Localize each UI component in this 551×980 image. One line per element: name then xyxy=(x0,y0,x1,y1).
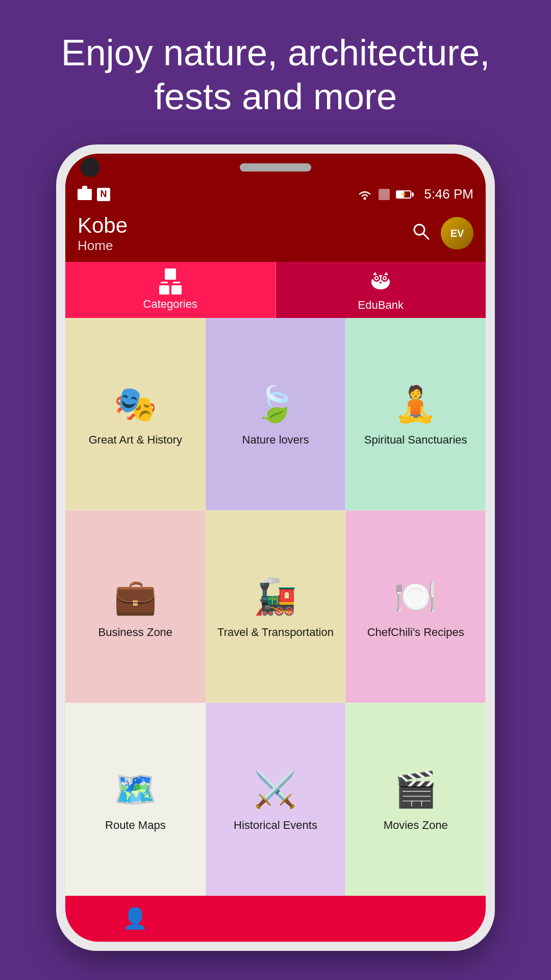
category-movies[interactable]: 🎬 Movies Zone xyxy=(345,703,486,895)
bottom-cell-3[interactable] xyxy=(345,896,486,942)
spiritual-icon: 🧘 xyxy=(394,384,437,425)
tab-bar: Categories xyxy=(65,262,486,318)
phone-frame: N ⚡ xyxy=(56,144,495,951)
business-icon: 💼 xyxy=(114,576,157,617)
category-historical[interactable]: ⚔️ Historical Events xyxy=(206,703,346,895)
edubank-icon xyxy=(368,268,393,296)
category-route[interactable]: 🗺️ Route Maps xyxy=(65,703,206,895)
wifi-icon xyxy=(357,189,372,200)
category-nature[interactable]: 🍃 Nature lovers xyxy=(206,318,346,510)
search-button[interactable] xyxy=(411,222,431,246)
bottom-cell-1[interactable]: 👤 xyxy=(65,896,206,942)
art-history-label: Great Art & History xyxy=(89,433,182,448)
tab-edubank-label: EduBank xyxy=(358,299,404,312)
signal-off-icon xyxy=(379,189,390,200)
category-art-history[interactable]: 🎭 Great Art & History xyxy=(65,318,206,510)
business-label: Business Zone xyxy=(98,625,173,640)
movies-icon: 🎬 xyxy=(394,769,437,810)
tab-categories-label: Categories xyxy=(143,298,197,311)
nature-label: Nature lovers xyxy=(242,433,309,448)
status-bar: N ⚡ xyxy=(65,182,486,207)
category-travel[interactable]: 🚂 Travel & Transportation xyxy=(206,510,346,703)
svg-point-0 xyxy=(364,197,366,200)
photo-icon xyxy=(78,189,92,200)
category-business[interactable]: 💼 Business Zone xyxy=(65,510,206,703)
tab-edubank[interactable]: EduBank xyxy=(276,262,486,318)
speaker xyxy=(240,163,311,172)
svg-marker-12 xyxy=(384,272,388,275)
status-time: 5:46 PM xyxy=(424,186,473,202)
bottom-cell-2[interactable] xyxy=(206,896,346,942)
headline: Enjoy nature, architecture, fests and mo… xyxy=(20,0,531,144)
app-title-area: Kobe Home xyxy=(78,213,128,254)
notif-icons: N xyxy=(78,188,110,201)
chef-label: ChefChili's Recipes xyxy=(367,625,464,640)
historical-label: Historical Events xyxy=(234,818,317,833)
route-icon: 🗺️ xyxy=(114,769,157,810)
camera xyxy=(81,158,100,177)
header-actions: EV xyxy=(411,217,473,250)
svg-point-9 xyxy=(384,277,386,279)
category-spiritual[interactable]: 🧘 Spiritual Sanctuaries xyxy=(345,318,486,510)
logo-badge: EV xyxy=(441,217,473,250)
status-right: ⚡ 5:46 PM xyxy=(357,186,473,202)
tab-categories[interactable]: Categories xyxy=(65,262,276,318)
categories-grid: 🎭 Great Art & History 🍃 Nature lovers 🧘 … xyxy=(65,318,486,896)
route-label: Route Maps xyxy=(105,818,166,833)
svg-marker-11 xyxy=(373,272,377,275)
movies-label: Movies Zone xyxy=(384,818,448,833)
travel-label: Travel & Transportation xyxy=(217,625,334,640)
art-history-icon: 🎭 xyxy=(114,384,157,425)
category-chef[interactable]: 🍽️ ChefChili's Recipes xyxy=(345,510,486,703)
svg-point-8 xyxy=(375,277,378,279)
svg-line-2 xyxy=(423,233,429,239)
categories-icon xyxy=(159,268,182,295)
spiritual-label: Spiritual Sanctuaries xyxy=(364,433,467,448)
historical-icon: ⚔️ xyxy=(254,769,297,810)
chef-icon: 🍽️ xyxy=(394,576,437,617)
bottom-partial-row: 👤 xyxy=(65,896,486,942)
phone-screen: N ⚡ xyxy=(65,154,486,942)
app-subtitle: Home xyxy=(78,238,128,254)
battery-icon: ⚡ xyxy=(396,190,414,199)
app-header: Kobe Home EV xyxy=(65,207,486,262)
nature-icon: 🍃 xyxy=(254,384,297,425)
travel-icon: 🚂 xyxy=(254,576,297,617)
app-title: Kobe xyxy=(78,213,128,238)
phone-top-bar xyxy=(65,154,486,182)
n-badge-icon: N xyxy=(97,188,110,201)
